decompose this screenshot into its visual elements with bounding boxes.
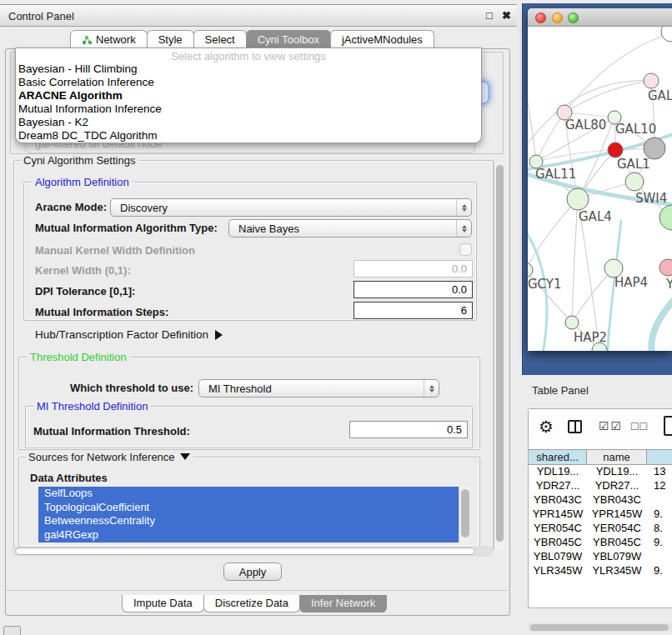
mi-threshold-field[interactable]: 0.5	[349, 421, 468, 438]
network-view-window[interactable]: GALGAL80GAL10GAL1GAL11SWI4GAL4GCY1HAP4YH…	[528, 8, 672, 351]
attribute-item-gal4rgexp[interactable]: gal4RGexp	[38, 528, 470, 542]
network-node[interactable]	[608, 142, 623, 158]
attributes-scroll-thumb[interactable]	[461, 489, 469, 538]
node-label-gal11: GAL11	[535, 167, 576, 182]
mi-steps-label: Mutual Information Steps:	[35, 306, 168, 318]
float-window-icon[interactable]: □	[486, 9, 493, 22]
algorithm-option-bayesian-hill-climbing[interactable]: Bayesian - Hill Climbing	[16, 62, 481, 76]
network-node[interactable]	[644, 73, 659, 88]
tab-network[interactable]: Network	[70, 30, 148, 49]
tab-impute-data[interactable]: Impute Data	[122, 595, 204, 612]
table-hscroll-thumb[interactable]	[530, 624, 669, 631]
aracne-mode-combo[interactable]: Discovery	[110, 198, 472, 217]
table-cell: YIL052C	[529, 578, 587, 581]
table-row[interactable]: YIL052CYIL052C9.	[529, 578, 672, 581]
manual-kernel-checkbox[interactable]	[459, 243, 472, 256]
table-header-row: shared...name	[529, 449, 672, 465]
hub-definition-expander[interactable]: Hub/Transcription Factor Definition	[35, 328, 223, 341]
table-row[interactable]: YLR345WYLR345W9.	[529, 564, 672, 578]
tab-label: Discretize Data	[215, 597, 288, 609]
network-node[interactable]	[661, 27, 672, 42]
algorithm-definition-title: Algorithm Definition	[32, 176, 133, 188]
settings-vscroll-thumb[interactable]	[496, 165, 504, 542]
table-cell: YER054C	[587, 522, 647, 536]
algorithm-option-mutual-information-inference[interactable]: Mutual Information Inference	[16, 102, 481, 116]
select-all-checkboxes-icon[interactable]: ☑☑	[599, 419, 623, 432]
network-node[interactable]	[567, 188, 589, 210]
network-canvas[interactable]: GALGAL80GAL10GAL1GAL11SWI4GAL4GCY1HAP4YH…	[528, 27, 672, 351]
apply-button[interactable]: Apply	[223, 562, 282, 581]
algorithm-option-aracne-algorithm[interactable]: ARACNE Algorithm	[16, 89, 481, 102]
table-row[interactable]: YDR27...YDR27...12	[529, 479, 672, 493]
table-cell: YPR145W	[529, 508, 587, 522]
algorithm-option-basic-correlation-inference[interactable]: Basic Correlation Inference	[16, 76, 481, 89]
document-icon[interactable]	[664, 416, 672, 436]
zoom-traffic-light[interactable]	[568, 12, 579, 23]
table-row[interactable]: YBR045CYBR045C9.	[529, 536, 672, 550]
algorithm-option-bayesian-k2[interactable]: Bayesian - K2	[16, 116, 481, 129]
dock-mini-button[interactable]	[3, 626, 21, 635]
column-header-col2[interactable]	[647, 449, 672, 465]
dpi-tolerance-field[interactable]: 0.0	[354, 281, 473, 298]
mi-steps-field[interactable]: 6	[354, 302, 473, 319]
tab-infer-network[interactable]: Infer Network	[299, 595, 387, 612]
tab-cyni-toolbox[interactable]: Cyni Toolbox	[246, 30, 331, 49]
manual-kernel-label: Manual Kernel Width Definition	[35, 244, 195, 257]
network-node[interactable]	[659, 259, 672, 276]
gear-icon[interactable]: ⚙	[539, 417, 554, 437]
settings-vertical-scrollbar[interactable]	[494, 162, 504, 550]
network-node[interactable]	[528, 262, 533, 278]
columns-icon[interactable]	[568, 420, 582, 433]
data-attributes-list[interactable]: SelfLoopsTopologicalCoefficientBetweenne…	[38, 487, 470, 542]
column-header-name[interactable]: name	[587, 449, 647, 465]
control-panel-titlebar[interactable]: Control Panel □ ✖	[0, 4, 517, 27]
network-window-titlebar[interactable]	[528, 8, 672, 27]
table-cell: YBL079W	[529, 550, 587, 564]
network-node[interactable]	[625, 172, 644, 191]
table-row[interactable]: YPR145WYPR145W9.	[529, 508, 672, 522]
network-edge	[528, 102, 536, 162]
tab-label: Infer Network	[311, 597, 375, 609]
spinner-arrows-icon	[456, 199, 471, 216]
sources-title[interactable]: Sources for Network Inference	[25, 451, 193, 463]
control-panel-title: Control Panel	[8, 10, 74, 22]
settings-hscroll-thumb[interactable]	[15, 548, 475, 555]
table-cell: 9.	[647, 508, 672, 522]
tab-label: Cyni Toolbox	[258, 33, 319, 46]
tab-label: Style	[158, 33, 183, 46]
table-cell: YER054C	[529, 522, 587, 536]
table-row[interactable]: YER054CYER054C8.	[529, 522, 672, 536]
attribute-item-betweennesscentrality[interactable]: BetweennessCentrality	[38, 514, 470, 528]
tab-discretize-data[interactable]: Discretize Data	[203, 595, 300, 612]
settings-horizontal-scrollbar[interactable]	[12, 546, 494, 557]
table-row[interactable]: YDL19...YDL19...13	[529, 465, 672, 479]
which-threshold-combo[interactable]: MI Threshold	[198, 379, 439, 398]
table-cell: 8.	[647, 522, 672, 536]
kernel-width-field[interactable]: 0.0	[354, 260, 473, 278]
algorithm-option-dream8-dc-tdc-algorithm[interactable]: Dream8 DC_TDC Algorithm	[16, 129, 481, 142]
table-horizontal-scrollbar[interactable]	[529, 622, 672, 632]
tab-jactivemnodules[interactable]: jActiveMNodules	[330, 30, 434, 49]
attribute-item-topologicalcoefficient[interactable]: TopologicalCoefficient	[38, 501, 470, 515]
tab-select[interactable]: Select	[193, 30, 247, 49]
table-cell: YLR345W	[587, 564, 647, 578]
close-traffic-light[interactable]	[535, 12, 546, 23]
minimize-traffic-light[interactable]	[552, 12, 563, 23]
table-cell: YDR27...	[529, 479, 587, 493]
table-row[interactable]: YBR043CYBR043C	[529, 493, 672, 508]
network-node[interactable]	[565, 316, 579, 329]
table-cell: YBR045C	[529, 536, 587, 550]
spinner-arrows-icon	[424, 380, 439, 397]
tab-label: jActiveMNodules	[342, 33, 423, 46]
attributes-scrollbar[interactable]	[459, 487, 470, 542]
table-row[interactable]: YBL079WYBL079W	[529, 550, 672, 564]
network-edge	[572, 268, 614, 322]
close-window-icon[interactable]: ✖	[502, 9, 511, 22]
node-table: shared...name YDL19...YDL19...13YDR27...…	[529, 449, 672, 581]
mi-type-combo[interactable]: Naive Bayes	[228, 219, 472, 238]
deselect-all-checkboxes-icon[interactable]: □□	[631, 419, 649, 432]
attribute-item-selfloops[interactable]: SelfLoops	[38, 487, 470, 501]
column-header-shared[interactable]: shared...	[529, 449, 587, 465]
table-cell: YPR145W	[587, 508, 647, 522]
tab-style[interactable]: Style	[147, 30, 194, 49]
